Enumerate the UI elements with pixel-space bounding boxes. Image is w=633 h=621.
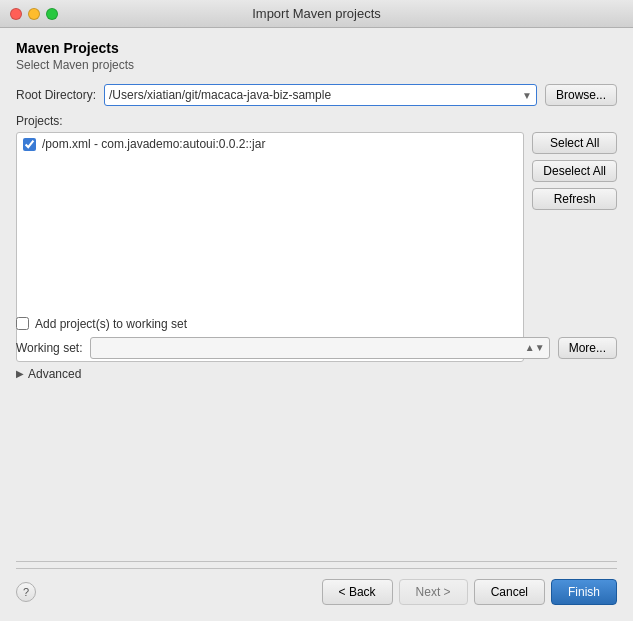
spinner-icon: ▲▼ [525,342,545,353]
add-working-set-checkbox[interactable] [16,317,29,330]
side-buttons: Select All Deselect All Refresh [532,132,617,307]
projects-label: Projects: [16,114,617,128]
cancel-button[interactable]: Cancel [474,579,545,605]
advanced-row[interactable]: ▶ Advanced [16,367,617,381]
content-area: Maven Projects Select Maven projects Roo… [0,28,633,621]
root-directory-value: /Users/xiatian/git/macaca-java-biz-sampl… [109,88,518,102]
projects-area: /pom.xml - com.javademo:autoui:0.0.2::ja… [16,132,617,307]
deselect-all-button[interactable]: Deselect All [532,160,617,182]
more-button[interactable]: More... [558,337,617,359]
section-subtitle: Select Maven projects [16,58,617,72]
back-button[interactable]: < Back [322,579,393,605]
footer-left: ? [16,582,36,602]
finish-button[interactable]: Finish [551,579,617,605]
window-title: Import Maven projects [252,6,381,21]
project-checkbox[interactable] [23,138,36,151]
footer-divider [16,561,617,562]
select-all-button[interactable]: Select All [532,132,617,154]
add-working-set-label: Add project(s) to working set [35,317,187,331]
refresh-button[interactable]: Refresh [532,188,617,210]
browse-button[interactable]: Browse... [545,84,617,106]
working-set-row: Working set: ▲▼ More... [16,337,617,359]
footer-right: < Back Next > Cancel Finish [322,579,617,605]
root-directory-label: Root Directory: [16,88,96,102]
section-title: Maven Projects [16,40,617,56]
working-set-label: Working set: [16,341,82,355]
help-button[interactable]: ? [16,582,36,602]
working-set-input[interactable]: ▲▼ [90,337,549,359]
dropdown-arrow-icon: ▼ [522,90,532,101]
close-button[interactable] [10,8,22,20]
advanced-label[interactable]: Advanced [28,367,81,381]
footer: ? < Back Next > Cancel Finish [16,568,617,609]
maximize-button[interactable] [46,8,58,20]
add-working-set-row: Add project(s) to working set [16,317,617,331]
next-button[interactable]: Next > [399,579,468,605]
table-row[interactable]: /pom.xml - com.javademo:autoui:0.0.2::ja… [17,135,523,153]
root-directory-input[interactable]: /Users/xiatian/git/macaca-java-biz-sampl… [104,84,537,106]
title-bar: Import Maven projects [0,0,633,28]
root-directory-row: Root Directory: /Users/xiatian/git/macac… [16,84,617,106]
minimize-button[interactable] [28,8,40,20]
project-name: /pom.xml - com.javademo:autoui:0.0.2::ja… [42,137,265,151]
window-controls [10,8,58,20]
advanced-arrow-icon: ▶ [16,368,24,379]
